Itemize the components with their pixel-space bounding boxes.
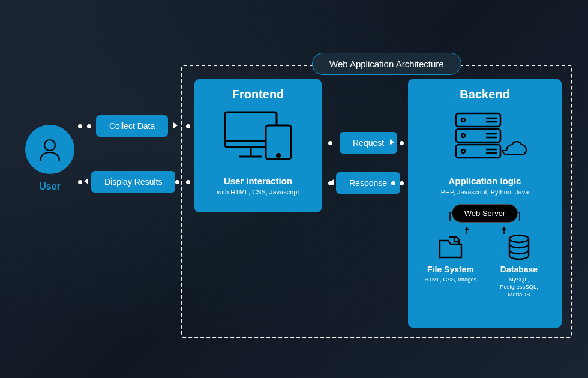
arrow-left-icon: [329, 179, 334, 185]
connector-dot: [78, 124, 82, 128]
svg-point-10: [461, 118, 465, 122]
server-icon: [416, 110, 553, 170]
connector-dot: [400, 141, 404, 145]
svg-point-16: [461, 149, 465, 153]
filesystem-sub: HTML, CSS, Images: [421, 276, 481, 283]
pill-request: Request: [340, 132, 397, 154]
pill-response: Response: [336, 172, 400, 194]
backend-box: Backend Application logic PHP, Javascrip…: [408, 79, 562, 328]
user-block: User: [23, 125, 77, 192]
user-icon: [25, 125, 74, 174]
frontend-box: Frontend User interaction with HTML, CSS…: [194, 79, 322, 212]
filesystem-block: File System HTML, CSS, Images: [421, 233, 481, 298]
connector-dot: [186, 180, 190, 184]
frontend-title: Frontend: [203, 88, 313, 101]
filesystem-title: File System: [421, 265, 481, 274]
frontend-subtitle: User interaction: [203, 176, 313, 186]
webserver-arrows: [416, 199, 553, 235]
svg-point-19: [509, 235, 529, 242]
user-label: User: [23, 181, 77, 192]
svg-rect-8: [456, 129, 500, 142]
svg-rect-7: [456, 113, 500, 127]
database-block: Database MySQL, PostgressSQL, MariaDB: [489, 233, 549, 298]
backend-tech: PHP, Javascript, Python, Java: [416, 188, 553, 196]
pill-display-results: Display Results: [91, 171, 175, 193]
frontend-tech: with HTML, CSS, Javascript: [203, 188, 313, 196]
connector-dot: [328, 141, 332, 145]
arrow-right-icon: [390, 139, 394, 145]
connector-dot: [400, 181, 404, 185]
arrow-left-icon: [84, 178, 88, 184]
pill-collect-data: Collect Data: [96, 115, 168, 137]
database-title: Database: [489, 265, 549, 274]
folder-icon: [436, 233, 465, 261]
database-sub: MySQL, PostgressSQL, MariaDB: [489, 276, 549, 298]
connector-dot: [391, 181, 395, 185]
svg-point-0: [44, 140, 55, 151]
arrow-right-icon: [173, 122, 178, 128]
connector-dot: [186, 124, 190, 128]
connector-dot: [78, 180, 82, 184]
backend-subtitle: Application logic: [416, 176, 553, 186]
devices-icon: [203, 109, 313, 171]
database-icon: [505, 233, 533, 261]
svg-rect-9: [456, 145, 500, 158]
connector-dot: [87, 124, 91, 128]
backend-title: Backend: [416, 88, 553, 101]
connector-dot: [175, 180, 179, 184]
svg-point-13: [461, 134, 465, 137]
svg-point-6: [277, 154, 280, 157]
architecture-title: Web Application Architecture: [312, 53, 461, 75]
